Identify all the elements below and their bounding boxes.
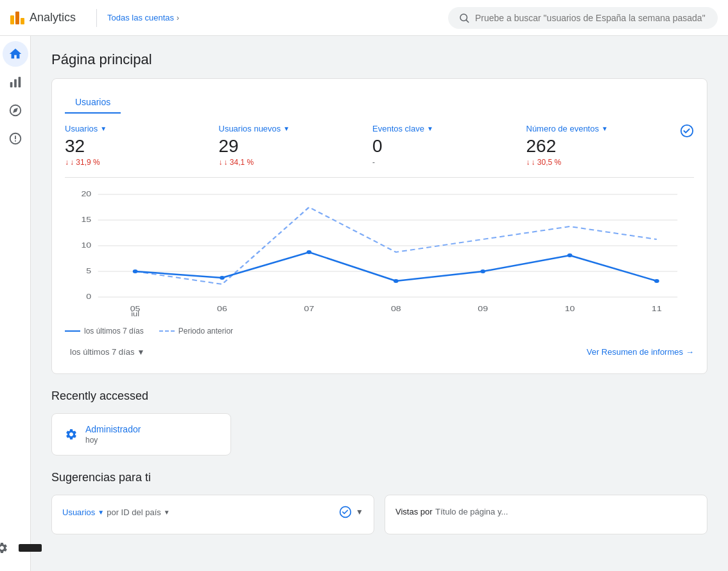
header: Analytics Todas las cuentas › [0, 0, 728, 36]
search-bar[interactable] [448, 7, 718, 29]
legend-solid-line [65, 330, 80, 332]
suggestion-card-1-header: Usuarios ▼ por ID del país ▼ ▼ [62, 506, 363, 518]
card-tabs: Usuarios [65, 92, 694, 114]
recently-name: Administrador [85, 424, 141, 434]
down-arrow-icon: ↓ [65, 158, 69, 167]
suggestion-2-sub: Título de página y... [435, 507, 508, 516]
sidebar-item-explore[interactable] [3, 98, 28, 123]
suggestion-2-label-group: Vistas por Título de página y... [395, 506, 508, 517]
sidebar [0, 36, 31, 571]
legend-solid-label: los últimos 7 días [84, 327, 144, 336]
metric-nuevos: Usuarios nuevos ▼ 29 ↓ ↓ 34,1 % [219, 124, 373, 167]
chevron-down-icon: ▼ [283, 125, 290, 132]
sidebar-item-advertising[interactable] [3, 126, 28, 151]
metric-label-3[interactable]: Número de eventos ▼ [526, 124, 670, 133]
recently-info: Administrador hoy [85, 424, 141, 445]
metric-num-eventos: Número de eventos ▼ 262 ↓ ↓ 30,5 % [526, 124, 680, 167]
chart-area: 0 5 10 15 20 05 jul 06 07 08 09 10 11 [65, 188, 694, 316]
svg-text:06: 06 [217, 305, 227, 312]
svg-text:0: 0 [86, 293, 91, 300]
svg-point-26 [220, 276, 225, 280]
metric-change-0: ↓ ↓ 31,9 % [65, 158, 209, 167]
app-body: Página principal Usuarios Usuarios ▼ 32 … [0, 36, 728, 571]
view-reports-link[interactable]: Ver Resumen de informes → [587, 347, 694, 357]
main-content: Página principal Usuarios Usuarios ▼ 32 … [31, 36, 728, 571]
dropdown-icon[interactable]: ▼ [356, 507, 363, 516]
suggestions-title: Sugerencias para ti [51, 471, 707, 484]
suggestion-card-2[interactable]: Vistas por Título de página y... [385, 495, 707, 534]
legend-dashed: Periodo anterior [159, 327, 233, 336]
breadcrumb[interactable]: Todas las cuentas › [107, 13, 179, 22]
date-range-button[interactable]: los últimos 7 días ▼ [65, 343, 150, 361]
app-title: Analytics [30, 11, 76, 24]
svg-text:15: 15 [81, 216, 91, 223]
recently-sub: hoy [85, 436, 141, 445]
chevron-right-icon: › [177, 13, 179, 22]
down-arrow-icon: ↓ [219, 158, 223, 167]
metric-check [680, 124, 694, 138]
home-icon [8, 47, 22, 61]
chevron-down-icon: ▼ [100, 125, 107, 132]
logo: Analytics [10, 11, 76, 24]
svg-point-27 [307, 250, 312, 254]
metric-change-3: ↓ ↓ 30,5 % [526, 158, 670, 167]
suggestion-2-label: Vistas por [395, 507, 433, 516]
logo-bar-2 [15, 12, 19, 24]
metric-change-2: - [372, 158, 516, 167]
logo-bar-3 [21, 18, 24, 24]
sidebar-item-settings[interactable] [0, 535, 15, 561]
metric-change-1: ↓ ↓ 34,1 % [219, 158, 363, 167]
metrics-row: Usuarios ▼ 32 ↓ ↓ 31,9 % Usuarios nuevos… [65, 124, 694, 178]
metric-label-1[interactable]: Usuarios nuevos ▼ [219, 124, 363, 133]
svg-text:10: 10 [565, 305, 575, 312]
suggestion-1-sub-arrow-icon: ▼ [164, 509, 170, 516]
suggestion-card-1[interactable]: Usuarios ▼ por ID del país ▼ ▼ [51, 495, 374, 534]
svg-rect-4 [18, 77, 21, 88]
chevron-down-icon: ▼ [137, 348, 144, 357]
explore-icon [8, 103, 22, 117]
suggestion-1-label-group: Usuarios ▼ por ID del país ▼ [62, 507, 170, 517]
svg-line-1 [466, 20, 468, 22]
legend-dashed-line [159, 330, 175, 332]
recently-accessed-title: Recently accessed [51, 389, 707, 403]
arrow-right-icon: → [686, 347, 694, 357]
sidebar-item-home[interactable] [3, 41, 28, 67]
svg-point-31 [654, 279, 659, 283]
chevron-down-icon: ▼ [427, 125, 433, 132]
recently-accessed-section: Recently accessed Administrador hoy [51, 389, 707, 456]
svg-point-28 [394, 279, 399, 283]
admin-gear-icon [65, 428, 78, 441]
svg-text:5: 5 [86, 267, 91, 275]
svg-point-29 [480, 269, 485, 273]
suggestion-1-sub: por ID del país [107, 507, 161, 517]
down-arrow-icon: ↓ [526, 158, 530, 167]
chart-legend: los últimos 7 días Periodo anterior [65, 327, 694, 336]
check-circle-icon [680, 124, 694, 138]
bar-chart-icon [8, 75, 22, 89]
svg-rect-3 [14, 79, 17, 87]
svg-text:08: 08 [391, 305, 401, 312]
search-input[interactable] [475, 13, 707, 23]
view-reports-label: Ver Resumen de informes [587, 347, 683, 357]
svg-text:07: 07 [304, 305, 315, 312]
metric-value-2: 0 [372, 136, 516, 157]
header-divider [96, 9, 97, 27]
sidebar-item-reports[interactable] [3, 69, 28, 95]
metric-label-2[interactable]: Eventos clave ▼ [372, 124, 516, 133]
metric-usuarios: Usuarios ▼ 32 ↓ ↓ 31,9 % [65, 124, 219, 167]
metric-label-0[interactable]: Usuarios ▼ [65, 124, 209, 133]
main-card: Usuarios Usuarios ▼ 32 ↓ ↓ 31,9 % [51, 78, 707, 374]
check-circle-icon [339, 506, 352, 518]
svg-point-25 [133, 269, 138, 273]
legend-solid: los últimos 7 días [65, 327, 144, 336]
suggestion-1-actions: ▼ [339, 506, 363, 518]
svg-text:10: 10 [81, 241, 91, 249]
tab-usuarios[interactable]: Usuarios [65, 92, 121, 114]
svg-point-30 [568, 253, 573, 257]
breadcrumb-label: Todas las cuentas [107, 13, 174, 22]
metric-value-0: 32 [65, 136, 209, 157]
gear-icon [0, 541, 8, 554]
recently-card[interactable]: Administrador hoy [51, 413, 231, 456]
metric-eventos-clave: Eventos clave ▼ 0 - [372, 124, 526, 167]
metric-value-1: 29 [219, 136, 363, 157]
